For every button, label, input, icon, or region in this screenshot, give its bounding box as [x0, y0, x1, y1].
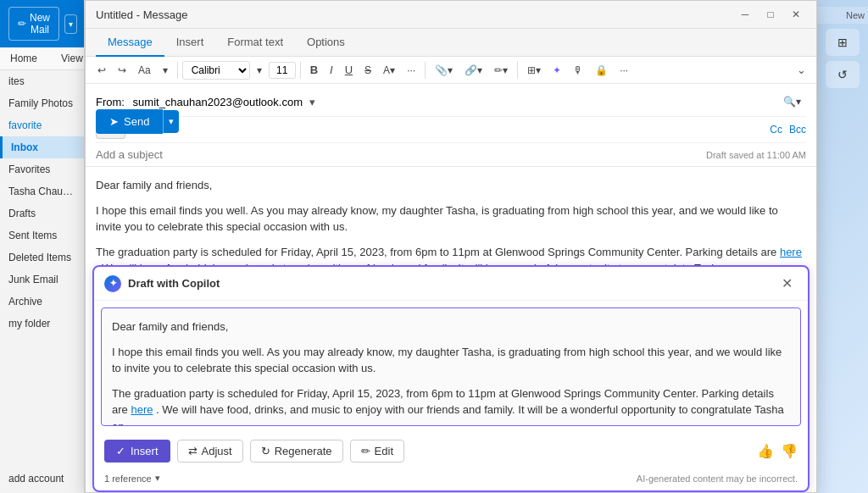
sidebar: ✏ New Mail ▾ Home View ites Family Photo…	[0, 0, 85, 493]
copilot-text-para2: The graduation party is scheduled for Fr…	[112, 385, 790, 427]
tab-message[interactable]: Message	[96, 29, 164, 57]
email-para2-text: The graduation party is scheduled for Fr…	[96, 246, 776, 258]
format-button[interactable]: Aa	[133, 61, 156, 80]
ai-disclaimer: AI-generated content may be incorrect.	[637, 474, 798, 484]
copilot-adjust-button[interactable]: ⇄ Adjust	[177, 440, 243, 463]
underline-button[interactable]: U	[340, 60, 358, 80]
sidebar-item-archive[interactable]: Archive	[0, 291, 84, 313]
check-icon: ✓	[116, 445, 125, 457]
copilot-edit-button[interactable]: ✏ Edit	[350, 440, 404, 463]
sidebar-item-sent-items[interactable]: Sent Items	[0, 224, 84, 246]
add-account-item[interactable]: add account	[8, 469, 75, 488]
italic-button[interactable]: I	[325, 60, 338, 80]
search-people-button[interactable]: 🔍▾	[778, 92, 806, 111]
to-input[interactable]	[132, 124, 771, 136]
apps-button[interactable]: ⊞	[826, 29, 860, 56]
sidebar-item-deleted-items[interactable]: Deleted Items	[0, 246, 84, 269]
send-area: ➤ Send ▾	[96, 109, 179, 134]
subject-input[interactable]	[96, 148, 706, 161]
insert-label: Insert	[131, 445, 159, 457]
copilot-actions: ✓ Insert ⇄ Adjust ↻ Regenerate ✏ Edit	[94, 433, 808, 469]
minimize-button[interactable]: ─	[735, 6, 755, 23]
copilot-footer: 1 reference ▾ AI-generated content may b…	[94, 469, 808, 490]
font-dropdown-button[interactable]: ▾	[252, 61, 267, 80]
copilot-header: ✦ Draft with Copilot ✕	[94, 267, 808, 301]
thumbs-up-button[interactable]: 👍	[757, 443, 774, 459]
sidebar-header: ✏ New Mail ▾	[0, 0, 84, 47]
tab-insert[interactable]: Insert	[164, 29, 216, 57]
sidebar-item-favorites[interactable]: Favorites	[0, 158, 84, 180]
styles-button[interactable]: ▾	[158, 61, 173, 80]
copilot-regenerate-button[interactable]: ↻ Regenerate	[250, 440, 343, 463]
reference-link[interactable]: 1 reference ▾	[104, 473, 160, 484]
close-button[interactable]: ✕	[786, 6, 806, 23]
sidebar-item-ites[interactable]: ites	[0, 70, 84, 92]
compose-window: Untitled - Message ─ □ ✕ Message Insert …	[85, 0, 817, 493]
subject-row: Draft saved at 11:00 AM	[96, 143, 806, 166]
sidebar-item-my-folder[interactable]: my folder	[0, 313, 84, 335]
send-button[interactable]: ➤ Send	[96, 109, 163, 134]
compose-title: Untitled - Message	[96, 8, 187, 21]
copilot-feedback: 👍 👎	[757, 443, 798, 459]
undo-button[interactable]: ↩	[92, 61, 111, 80]
copilot-parking-link[interactable]: here	[131, 403, 153, 416]
new-mail-button[interactable]: ✏ New Mail	[8, 7, 59, 41]
strikethrough-button[interactable]: S	[359, 61, 376, 80]
right-top-bar: New	[817, 7, 868, 24]
thumbs-down-button[interactable]: 👎	[781, 443, 798, 459]
new-label: New	[846, 10, 865, 20]
copilot-content-area: Dear family and friends, I hope this ema…	[101, 307, 801, 426]
bcc-button[interactable]: Bcc	[789, 124, 806, 136]
maximize-button[interactable]: □	[760, 6, 781, 23]
email-greeting: Dear family and friends,	[96, 177, 806, 194]
send-dropdown-button[interactable]: ▾	[163, 110, 179, 133]
more-toolbar-button[interactable]: ···	[615, 61, 633, 80]
sidebar-item-favorite[interactable]: favorite	[0, 114, 84, 136]
sidebar-item-drafts[interactable]: Drafts	[0, 202, 84, 224]
to-row: To Cc Bcc	[96, 117, 806, 143]
sidebar-item-junk-email[interactable]: Junk Email	[0, 269, 84, 291]
more-format-button[interactable]: ···	[402, 61, 420, 80]
sensitivity-button[interactable]: 🔒	[590, 61, 613, 80]
link-button[interactable]: 🔗▾	[459, 61, 487, 80]
tab-format-text[interactable]: Format text	[215, 29, 295, 57]
sidebar-item-family-photos[interactable]: Family Photos	[0, 92, 84, 114]
titlebar-controls: ─ □ ✕	[735, 6, 806, 23]
from-text: From:	[96, 96, 125, 108]
tab-options[interactable]: Options	[295, 29, 357, 57]
compose-icon: ✏	[18, 18, 26, 30]
regenerate-icon: ↻	[261, 445, 270, 457]
bold-button[interactable]: B	[305, 60, 323, 80]
home-nav-item[interactable]: Home	[7, 51, 41, 66]
copilot-title: Draft with Copilot	[128, 277, 220, 290]
compose-tabs: Message Insert Format text Options	[86, 29, 816, 57]
compose-header: From: sumit_chauhan2023@outlook.com ▾ 🔍▾…	[86, 84, 816, 167]
view-nav-item[interactable]: View	[58, 51, 85, 66]
sidebar-item-inbox[interactable]: Inbox	[0, 136, 84, 158]
dictate-button[interactable]: 🎙	[568, 61, 588, 80]
copilot-close-button[interactable]: ✕	[776, 274, 798, 293]
attach-button[interactable]: 📎▾	[430, 61, 458, 80]
parking-details-link[interactable]: here	[780, 246, 802, 258]
adjust-icon: ⇄	[188, 445, 198, 457]
copilot-insert-button[interactable]: ✓ Insert	[104, 440, 170, 463]
sidebar-bottom: add account	[0, 464, 84, 493]
copilot-panel: ✦ Draft with Copilot ✕ Dear family and f…	[92, 265, 810, 492]
compose-titlebar: Untitled - Message ─ □ ✕	[86, 1, 816, 29]
compose-toolbar: ↩ ↪ Aa ▾ Calibri ▾ B I U S A▾ ··· 📎▾ 🔗▾ …	[86, 57, 816, 84]
from-dropdown-icon[interactable]: ▾	[309, 96, 315, 108]
toolbar-expand-button[interactable]: ⌄	[793, 60, 810, 80]
new-mail-dropdown-button[interactable]: ▾	[64, 14, 77, 34]
draw-button[interactable]: ✏▾	[489, 61, 513, 80]
copilot-button[interactable]: ✦	[548, 61, 566, 80]
cc-button[interactable]: Cc	[770, 124, 782, 136]
highlight-button[interactable]: A▾	[378, 61, 400, 80]
table-button[interactable]: ⊞▾	[522, 61, 546, 80]
font-size-input[interactable]	[269, 62, 296, 79]
redo-button[interactable]: ↪	[113, 61, 131, 80]
sidebar-item-tasha-chauhan[interactable]: Tasha Chauhan	[0, 180, 84, 202]
compose-body[interactable]: Dear family and friends, I hope this ema…	[86, 167, 816, 492]
edit-label: Edit	[375, 445, 393, 457]
font-selector[interactable]: Calibri	[182, 61, 250, 80]
refresh-button[interactable]: ↺	[826, 61, 860, 88]
